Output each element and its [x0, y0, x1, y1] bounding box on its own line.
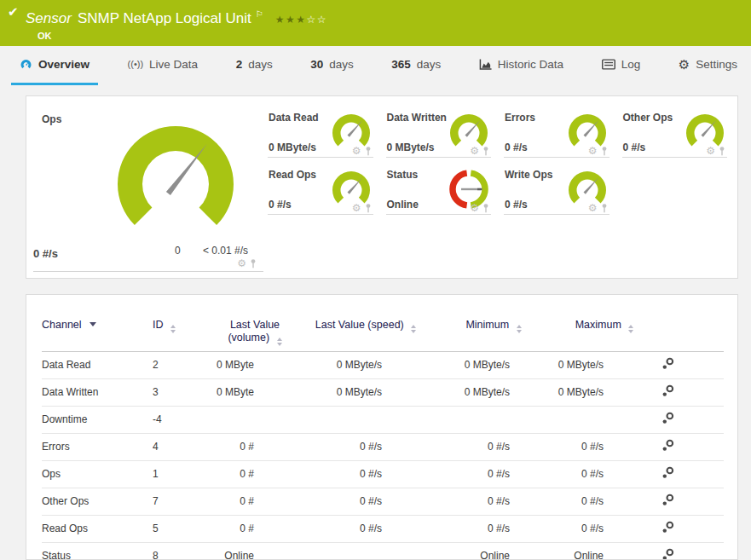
edit-channel-icon[interactable]	[661, 384, 674, 401]
last-value-volume: 0 #	[208, 461, 302, 488]
pin-icon[interactable]	[719, 147, 725, 156]
pin-icon[interactable]	[250, 259, 257, 268]
tab-2-days[interactable]: 2days	[228, 46, 281, 85]
gear-icon[interactable]: ⚙	[588, 146, 598, 156]
gauge-label: Ops	[42, 113, 61, 125]
tab-number: 2	[236, 58, 243, 71]
gear-icon[interactable]: ⚙	[470, 146, 479, 156]
pin-icon[interactable]	[365, 147, 372, 156]
edit-channel-icon[interactable]	[661, 466, 674, 482]
channel-actions	[651, 352, 724, 379]
pin-icon[interactable]	[601, 204, 608, 213]
tab-live-data[interactable]: ((•))Live Data	[119, 46, 207, 85]
gear-icon[interactable]: ⚙	[237, 258, 246, 268]
col-header-last-value-speed[interactable]: Last Value (speed)	[302, 300, 430, 352]
gauge-label: Other Ops	[623, 112, 673, 124]
col-header-maximum[interactable]: Maximum	[557, 300, 651, 352]
channel-id: 7	[153, 488, 208, 516]
channel-id: 1	[153, 461, 208, 488]
gauge-max-label: < 0.01 #/s	[203, 245, 248, 257]
last-value-volume	[208, 407, 302, 434]
flag-icon[interactable]: ⚐	[256, 9, 263, 19]
tab-30-days[interactable]: 30days	[302, 46, 362, 85]
channel-name[interactable]: Other Ops	[42, 488, 153, 516]
maximum-value: 0 #/s	[557, 434, 651, 461]
gauge-grid: Ops 0 < 0.01 #/s 0 #/s ⚙ Data Read 0 MBy…	[26, 105, 737, 272]
last-value-volume: Online	[208, 543, 302, 560]
channel-name[interactable]: Read Ops	[42, 516, 153, 543]
gauge-cell-data-read: Data Read 0 MByte/s ⚙	[265, 105, 384, 162]
last-value-speed: 0 #/s	[302, 516, 430, 543]
pin-icon[interactable]	[601, 147, 608, 156]
pin-icon[interactable]	[482, 147, 489, 156]
gear-icon[interactable]: ⚙	[352, 203, 361, 213]
last-value-speed: 0 #/s	[302, 434, 430, 461]
gauge-actions: ⚙	[588, 146, 608, 156]
tab-settings[interactable]: ⚙Settings	[670, 46, 746, 85]
tab-overview[interactable]: Overview	[11, 46, 98, 85]
channel-id: -4	[153, 407, 208, 434]
gauge-value: 0 MByte/s	[269, 141, 316, 153]
channel-name[interactable]: Status	[42, 543, 153, 560]
stars-empty[interactable]: ☆☆	[306, 14, 327, 26]
minimum-value: 0 #/s	[430, 516, 557, 543]
channel-name[interactable]: Errors	[42, 434, 153, 461]
gauge-value: Online	[387, 199, 419, 211]
last-value-volume: 0 #	[208, 488, 302, 516]
edit-channel-icon[interactable]	[661, 521, 674, 537]
gauge-icon	[20, 58, 32, 72]
priority-stars[interactable]: ★★★☆☆	[275, 14, 327, 26]
pin-icon[interactable]	[482, 204, 489, 213]
table-row-other-ops: Other Ops 7 0 # 0 #/s 0 #/s 0 #/s	[42, 488, 724, 516]
gear-icon[interactable]: ⚙	[588, 203, 598, 213]
col-header-last-value-volume[interactable]: Last Value(volume)	[208, 300, 302, 352]
gauge-value: 0 #/s	[33, 247, 58, 260]
table-row-errors: Errors 4 0 # 0 #/s 0 #/s 0 #/s	[42, 434, 724, 461]
tab-label: days	[329, 58, 354, 71]
channel-name[interactable]: Data Written	[42, 379, 153, 407]
sort-icon	[277, 338, 282, 346]
gauge-cell-write-ops: Write Ops 0 #/s ⚙	[501, 162, 620, 219]
edit-channel-icon[interactable]	[661, 494, 674, 510]
tab-log[interactable]: Log	[593, 46, 650, 85]
stars-filled[interactable]: ★★★	[275, 14, 307, 26]
minimum-value	[430, 407, 557, 434]
edit-channel-icon[interactable]	[661, 357, 674, 373]
channel-name[interactable]: Data Read	[42, 352, 153, 379]
col-header-id[interactable]: ID	[153, 300, 208, 352]
gauge-dial	[103, 118, 248, 245]
maximum-value: 0 MByte/s	[557, 352, 651, 379]
channel-name[interactable]: Downtime	[42, 407, 153, 434]
tab-number: 30	[310, 58, 323, 71]
gear-icon[interactable]: ⚙	[352, 146, 361, 156]
gear-icon[interactable]: ⚙	[706, 146, 715, 156]
maximum-value: 0 MByte/s	[557, 379, 651, 407]
col-header-channel[interactable]: Channel	[42, 300, 153, 352]
gear-icon[interactable]: ⚙	[470, 203, 479, 213]
tab-365-days[interactable]: 365days	[383, 46, 449, 85]
minimum-value: 0 #/s	[430, 488, 557, 516]
tab-bar: Overview((•))Live Data2days30days365days…	[0, 46, 751, 85]
tab-label: days	[248, 58, 273, 71]
tab-label: Overview	[38, 58, 90, 71]
tab-historic-data[interactable]: Historic Data	[471, 46, 572, 85]
edit-channel-icon[interactable]	[661, 548, 674, 560]
channel-actions	[651, 434, 724, 461]
col-header-minimum[interactable]: Minimum	[430, 300, 557, 352]
tab-label: Log	[621, 58, 641, 71]
last-value-speed: 0 MByte/s	[302, 379, 430, 407]
pin-icon[interactable]	[365, 204, 372, 213]
edit-channel-icon[interactable]	[661, 439, 674, 455]
sensor-title-line: SensorSNMP NetApp Logical Unit⚐★★★☆☆	[26, 5, 751, 29]
minimum-value: 0 #/s	[430, 461, 557, 488]
gauges-panel: Ops 0 < 0.01 #/s 0 #/s ⚙ Data Read 0 MBy…	[26, 95, 738, 279]
gauge-label: Read Ops	[269, 169, 316, 181]
edit-channel-icon[interactable]	[661, 412, 674, 428]
gauge-value: 0 #/s	[505, 141, 528, 153]
sort-icon	[517, 325, 522, 333]
channel-name[interactable]: Ops	[42, 461, 153, 488]
sensor-title: SNMP NetApp Logical Unit	[78, 10, 251, 26]
last-value-speed	[302, 543, 430, 560]
gauge-min-label: 0	[175, 245, 181, 257]
maximum-value: Online	[557, 543, 651, 560]
